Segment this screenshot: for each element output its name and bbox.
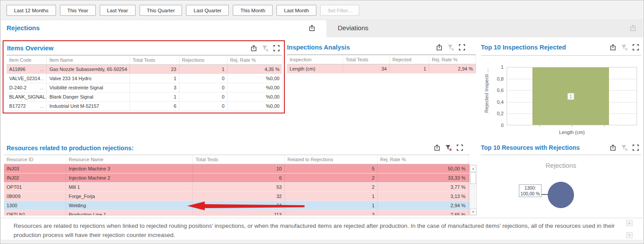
table-cell: 3: [285, 210, 378, 216]
export-icon[interactable]: [250, 45, 257, 52]
pie-slice-1300[interactable]: [548, 182, 574, 208]
items-overview-header: Items Overview: [7, 43, 282, 55]
footnote-scrollbar[interactable]: ▲ ▼: [626, 220, 633, 238]
clear-filter-icon[interactable]: [447, 44, 454, 51]
scroll-up-icon[interactable]: ▲: [626, 220, 633, 226]
table-row[interactable]: 0B009Forge_Forja3213,13 %: [4, 192, 469, 201]
table-cell: Mill 1: [66, 183, 193, 191]
table-cell: 34: [193, 201, 285, 210]
export-icon[interactable]: [609, 144, 616, 151]
tab-deviations[interactable]: Deviations: [326, 20, 643, 37]
column-header[interactable]: Item Name: [47, 56, 130, 64]
tab-rejections[interactable]: Rejections: [7, 24, 40, 32]
items-overview-annotation-box: Items Overview Item CodeItem NameTotal T…: [3, 40, 285, 113]
table-cell: Production Line 1: [66, 210, 193, 216]
items-overview-title: Items Overview: [7, 45, 53, 52]
filter-button-this-quarter[interactable]: This Quarter: [140, 5, 182, 16]
row-ellipsis-button[interactable]: ...: [40, 76, 44, 81]
column-header[interactable]: Rej. Rate %: [378, 155, 469, 164]
filter-button-this-month[interactable]: This Month: [233, 5, 273, 16]
table-row[interactable]: VALVE_02314...Valve 233 14 Hydro10%0,00: [7, 74, 282, 83]
table-row[interactable]: Length (cm)3412,94 %: [287, 64, 476, 74]
filter-button-last-year[interactable]: Last Year: [100, 5, 136, 16]
clear-filter-icon[interactable]: [621, 44, 628, 51]
table-cell: 50,00 %: [378, 164, 469, 173]
clear-filter-icon[interactable]: [262, 45, 269, 52]
table-cell: %0,00: [228, 92, 283, 101]
table-cell: 3: [130, 83, 179, 92]
table-cell: B17272...: [7, 102, 47, 110]
table-row[interactable]: A11896...Gas Nozzle Subassembly, 65-5025…: [7, 65, 282, 74]
export-icon[interactable]: [630, 25, 637, 32]
column-header[interactable]: Rej. Rate %: [429, 55, 476, 64]
table-cell: 10: [193, 164, 285, 173]
table-row[interactable]: 1300Welding3412,94 %: [4, 201, 469, 210]
table-row[interactable]: D-240-2...Visibilité restreinte Signal30…: [7, 83, 282, 92]
table-row[interactable]: INJ03Injection Machine 310550,00 %: [4, 164, 469, 173]
pie-chart-title: Rejections: [517, 162, 605, 169]
row-ellipsis-button[interactable]: ...: [40, 67, 44, 72]
column-header[interactable]: Rejections: [179, 56, 228, 64]
export-icon[interactable]: [308, 25, 316, 32]
fullscreen-icon[interactable]: [632, 44, 639, 51]
export-icon[interactable]: [436, 44, 443, 51]
table-header-row: Resource IDResource NameTotal TestsRelat…: [4, 155, 469, 164]
y-tick-label: 0,8: [497, 76, 504, 81]
table-row[interactable]: OPTLN1Production Line 111332,65 %: [4, 210, 469, 216]
column-header[interactable]: Total Tests: [343, 55, 390, 64]
column-header[interactable]: Resource ID: [4, 155, 66, 164]
column-header[interactable]: Total Tests: [193, 155, 285, 164]
export-icon[interactable]: [609, 44, 616, 51]
bar-length-cm[interactable]: 1: [532, 67, 609, 125]
clear-filter-icon[interactable]: [621, 144, 628, 151]
column-header[interactable]: Resource Name: [66, 155, 193, 164]
table-cell: 2,94 %: [429, 64, 476, 73]
top10-resources-header: Top 10 Resources with Rejections: [481, 143, 641, 155]
table-cell: Welding: [66, 201, 193, 210]
top10-inspections-header: Top 10 Inspections Rejected: [481, 42, 641, 56]
table-cell: Forge_Forja: [66, 192, 193, 201]
pie-slice-callout: 1300: 100,00 %: [519, 184, 542, 197]
table-row[interactable]: INJ02Injection Machine 26233,33 %: [4, 173, 469, 183]
filter-button-last-quarter[interactable]: Last Quarter: [186, 5, 229, 16]
fullscreen-icon[interactable]: [632, 144, 639, 151]
table-row[interactable]: B17272...Industrial Unit M-5215760%0,00: [7, 102, 282, 111]
column-header[interactable]: Rejected: [390, 55, 429, 64]
export-icon[interactable]: [434, 144, 441, 151]
fullscreen-icon[interactable]: [458, 44, 466, 51]
column-header[interactable]: Rej. Rate %: [228, 56, 283, 64]
y-tick-label: 1: [501, 64, 504, 70]
table-cell: OPT01: [4, 183, 66, 191]
column-header[interactable]: Item Code: [7, 56, 47, 64]
filter-button-last-12-months[interactable]: Last 12 Months: [7, 5, 56, 16]
set-filter-button[interactable]: Set Filter...: [320, 5, 359, 16]
bar-chart-plot-area: 1: [507, 67, 637, 125]
table-cell: BLANK_SIGNAL...: [7, 92, 47, 101]
table-cell: Blank Danger Signal: [47, 92, 130, 101]
filter-button-last-month[interactable]: Last Month: [276, 5, 316, 16]
scrollbar-thumb[interactable]: [470, 172, 476, 184]
scroll-up-icon[interactable]: ▲: [470, 165, 476, 172]
filter-button-this-year[interactable]: This Year: [60, 5, 96, 16]
scroll-down-icon[interactable]: ▼: [626, 232, 633, 238]
fullscreen-icon[interactable]: [456, 144, 463, 151]
fullscreen-icon[interactable]: [273, 45, 280, 52]
row-ellipsis-button[interactable]: ...: [40, 85, 44, 91]
table-cell: %0,00: [228, 74, 283, 83]
column-header[interactable]: Related to Rejections: [285, 155, 378, 164]
table-cell: 1: [130, 92, 179, 101]
row-ellipsis-button[interactable]: ...: [40, 103, 44, 109]
scroll-down-icon[interactable]: ▼: [470, 209, 476, 215]
column-header[interactable]: Total Tests: [130, 56, 179, 64]
table-row[interactable]: BLANK_SIGNAL...Blank Danger Signal10%0,0…: [7, 92, 282, 102]
table-row[interactable]: OPT01Mill 15323,77 %: [4, 183, 469, 192]
table-cell: 0: [179, 74, 228, 83]
footnote-text: Resources are related to rejections when…: [14, 221, 625, 240]
table-cell: 1300: [4, 201, 66, 210]
resources-scrollbar[interactable]: ▲ ▼: [469, 165, 477, 216]
bottom-frame: [1, 240, 643, 243]
clear-filter-icon[interactable]: [445, 144, 452, 151]
footnote-area: Resources are related to rejections when…: [1, 218, 643, 240]
y-tick-label: 0,4: [497, 99, 504, 105]
column-header[interactable]: Inspection: [287, 55, 343, 64]
